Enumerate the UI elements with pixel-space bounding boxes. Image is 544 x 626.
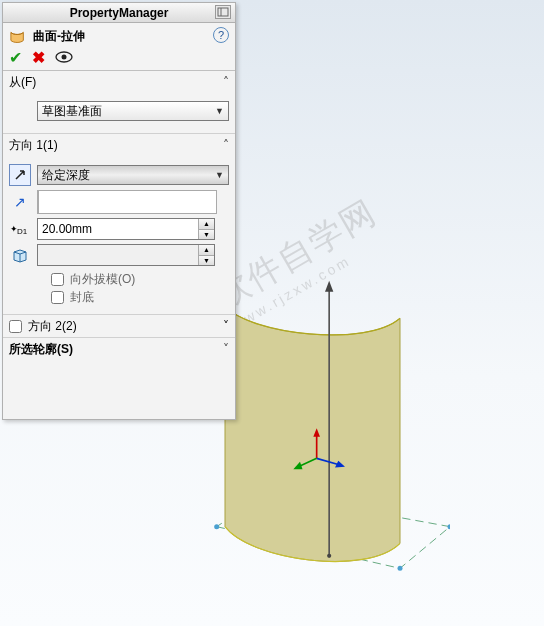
section-from: 从(F) ˄ 草图基准面 ▼: [3, 71, 235, 134]
cap-ends-label: 封底: [70, 289, 94, 306]
section-contours: 所选轮廓(S) ˅: [3, 338, 235, 360]
draft-outward-checkbox[interactable]: [51, 273, 64, 286]
direction-reference-input[interactable]: [37, 190, 217, 214]
cancel-button[interactable]: ✖: [32, 48, 45, 67]
chevron-down-icon: ˅: [223, 342, 229, 356]
draft-spinner[interactable]: ▲ ▼: [198, 245, 214, 265]
svg-point-7: [327, 554, 331, 558]
reverse-icon: [13, 168, 27, 182]
svg-marker-11: [335, 461, 345, 468]
spin-down-icon[interactable]: ▼: [199, 230, 214, 240]
end-condition-dropdown[interactable]: 给定深度 ▼: [37, 165, 229, 185]
svg-point-2: [398, 566, 403, 571]
chevron-down-icon: ˅: [223, 319, 229, 333]
from-condition-value: 草图基准面: [42, 103, 102, 120]
help-button[interactable]: ?: [213, 27, 229, 43]
panel-header: PropertyManager: [3, 3, 235, 23]
section-direction2-label: 方向 2(2): [28, 318, 77, 335]
chevron-up-icon: ˄: [223, 75, 229, 89]
ok-button[interactable]: ✔: [9, 48, 22, 67]
surface-extrude-icon: [9, 28, 27, 44]
end-condition-value: 给定深度: [42, 167, 90, 184]
section-contours-label: 所选轮廓(S): [9, 341, 73, 358]
from-condition-dropdown[interactable]: 草图基准面 ▼: [37, 101, 229, 121]
watermark-url: www.rjzxw.com: [230, 229, 394, 333]
svg-point-1: [214, 524, 219, 529]
chevron-up-icon: ˄: [223, 138, 229, 152]
depth-field[interactable]: [38, 219, 198, 239]
pin-icon: [217, 7, 229, 17]
spin-down-icon[interactable]: ▼: [199, 256, 214, 266]
draft-outward-label: 向外拔模(O): [70, 271, 135, 288]
svg-text:D1: D1: [17, 227, 28, 236]
section-direction1: 方向 1(1) ˄ 给定深度 ▼ ↗: [3, 134, 235, 315]
depth-input[interactable]: ▲ ▼: [37, 218, 215, 240]
preview-button[interactable]: [55, 50, 73, 66]
draft-angle-field: [38, 245, 198, 265]
svg-marker-0: [217, 493, 450, 568]
section-contours-header[interactable]: 所选轮廓(S) ˅: [3, 338, 235, 360]
panel-title: PropertyManager: [70, 6, 169, 20]
direction-vector-icon: ↗: [9, 191, 31, 213]
section-from-label: 从(F): [9, 74, 36, 91]
spin-up-icon[interactable]: ▲: [199, 245, 214, 256]
section-direction1-label: 方向 1(1): [9, 137, 58, 154]
chevron-down-icon: ▼: [215, 170, 224, 180]
section-from-header[interactable]: 从(F) ˄: [3, 71, 235, 93]
svg-point-17: [62, 54, 67, 59]
pin-button[interactable]: [215, 5, 231, 19]
eye-icon: [55, 51, 73, 63]
model-preview: [200, 270, 450, 600]
depth-dimension-icon: ✦D1: [9, 218, 31, 240]
draft-icon: [9, 244, 31, 266]
svg-marker-6: [325, 281, 333, 292]
cap-ends-checkbox[interactable]: [51, 291, 64, 304]
direction-reference-field[interactable]: [39, 191, 216, 213]
chevron-down-icon: ▼: [215, 106, 224, 116]
spin-up-icon[interactable]: ▲: [199, 219, 214, 230]
help-icon: ?: [218, 29, 224, 41]
svg-point-3: [448, 524, 451, 529]
svg-line-12: [298, 458, 316, 466]
section-direction2: 方向 2(2) ˅: [3, 315, 235, 338]
svg-line-10: [317, 458, 340, 465]
direction2-checkbox[interactable]: [9, 320, 22, 333]
property-manager-panel: PropertyManager 曲面-拉伸 ? ✔ ✖ 从(F) ˄ 草图: [2, 2, 236, 420]
svg-point-4: [257, 488, 264, 495]
section-direction2-header[interactable]: 方向 2(2) ˅: [3, 315, 235, 337]
action-row: ✔ ✖: [3, 49, 235, 71]
section-direction1-header[interactable]: 方向 1(1) ˄: [3, 134, 235, 156]
feature-title-row: 曲面-拉伸 ?: [3, 23, 235, 49]
svg-marker-9: [313, 428, 320, 436]
reverse-direction-button[interactable]: [9, 164, 31, 186]
feature-name: 曲面-拉伸: [33, 28, 85, 45]
svg-marker-13: [293, 462, 302, 470]
depth-spinner[interactable]: ▲ ▼: [198, 219, 214, 239]
draft-angle-input[interactable]: ▲ ▼: [37, 244, 215, 266]
svg-rect-14: [218, 8, 228, 16]
